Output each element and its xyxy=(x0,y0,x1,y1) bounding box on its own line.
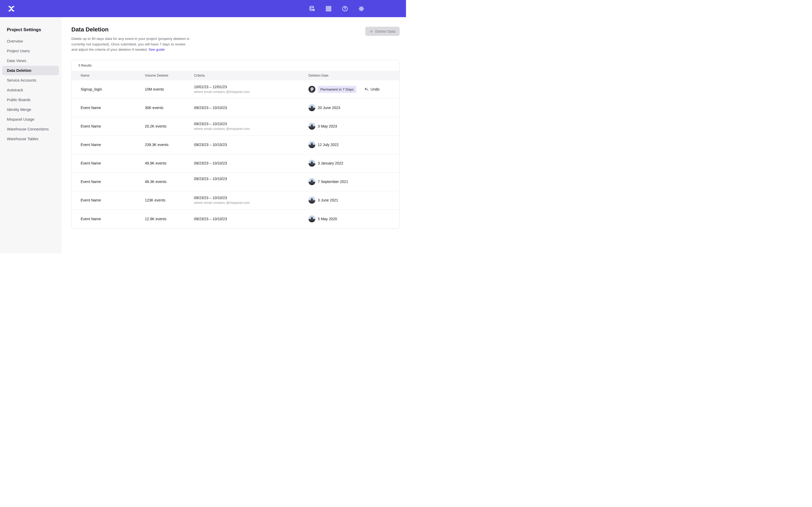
row-volume-deleted: 12.9K events xyxy=(145,217,194,221)
app-window: Project Settings OverviewProject UsersDa… xyxy=(0,0,406,253)
row-deletion-date: 12 July 2022 xyxy=(308,141,399,148)
row-event-name: Event Name xyxy=(81,198,145,202)
row-volume-deleted: 239.3K events xyxy=(145,143,194,147)
deletion-table-card: 5 Results Name Volume Deleted Criteria D… xyxy=(71,60,400,228)
row-deletion-date: 3 June 2021 xyxy=(308,197,399,204)
row-criteria: 09/23/23 – 10/10/23 where email contains… xyxy=(194,196,308,205)
sidebar-item-mixpanel-usage[interactable]: Mixpanel Usage xyxy=(2,115,59,124)
row-criteria: 10/01/23 – 12/01/23 where email contains… xyxy=(194,85,308,94)
sidebar-item-identity-merge[interactable]: Identity Merge xyxy=(2,105,59,114)
row-volume-deleted: 30K events xyxy=(145,106,194,110)
row-criteria-range: 09/23/23 – 10/10/23 xyxy=(194,122,308,126)
row-criteria-range: 09/23/23 – 10/10/23 xyxy=(194,143,308,147)
row-volume-deleted: 20.2K events xyxy=(145,124,194,128)
row-criteria-range: 09/23/23 – 10/10/23 xyxy=(194,217,308,221)
delete-data-button[interactable]: Delete Data xyxy=(365,27,400,36)
deletion-date-text: 3 January 2022 xyxy=(318,161,343,165)
mixpanel-logo-icon[interactable] xyxy=(7,5,15,13)
user-avatar xyxy=(308,104,315,111)
row-event-name: Event Name xyxy=(81,161,145,165)
user-avatar xyxy=(308,178,315,185)
user-avatar xyxy=(308,141,315,148)
sidebar-item-warehouse-connections[interactable]: Warehouse Connections xyxy=(2,124,59,134)
row-volume-deleted: 49.9K events xyxy=(145,161,194,165)
column-header-name: Name xyxy=(81,74,145,77)
deletion-date-text: 3 May 2023 xyxy=(318,124,337,128)
top-navigation-bar xyxy=(0,0,406,17)
sidebar-item-project-users[interactable]: Project Users xyxy=(2,46,59,56)
data-management-icon[interactable] xyxy=(309,5,316,12)
sidebar-item-overview[interactable]: Overview xyxy=(2,37,59,46)
row-criteria: 09/23/23 – 10/10/23 xyxy=(194,180,308,184)
row-event-name: Event Name xyxy=(81,143,145,147)
row-deletion-date: 7 September 2021 xyxy=(308,178,399,185)
table-row: Event Name 123K events 09/23/23 – 10/10/… xyxy=(71,191,399,210)
column-header-deletion-date: Deletion Date xyxy=(308,74,399,77)
undo-button[interactable]: Undo xyxy=(364,87,379,92)
sidebar-item-service-accounts[interactable]: Service Accounts xyxy=(2,75,59,85)
row-criteria-filter: where email contains @mixpanel.com xyxy=(194,90,308,94)
row-event-name: Event Name xyxy=(81,124,145,128)
column-header-criteria: Criteria xyxy=(194,74,308,77)
sidebar-item-data-deletion[interactable]: Data Deletion xyxy=(2,66,59,75)
user-avatar xyxy=(308,197,315,204)
user-avatar xyxy=(308,123,315,130)
user-avatar xyxy=(308,216,315,222)
user-avatar xyxy=(308,160,315,167)
settings-sidebar: Project Settings OverviewProject UsersDa… xyxy=(0,17,61,253)
topbar-icon-group xyxy=(309,5,365,12)
table-row: Event Name 20.2K events 09/23/23 – 10/10… xyxy=(71,117,399,136)
deletion-date-text: 12 July 2022 xyxy=(318,143,339,147)
table-row: Event Name 239.3K events 09/23/23 – 10/1… xyxy=(71,136,399,154)
table-row: Event Name 48.3K events 09/23/23 – 10/10… xyxy=(71,173,399,191)
row-criteria: 09/23/23 – 10/10/23 xyxy=(194,217,308,221)
row-criteria-filter: where email contains @mixpanel.com xyxy=(194,127,308,131)
row-deletion-date: 5 May 2020 xyxy=(308,216,399,222)
table-header-row: Name Volume Deleted Criteria Deletion Da… xyxy=(71,71,399,80)
sidebar-heading: Project Settings xyxy=(0,27,61,36)
row-criteria-range: 09/23/23 – 10/10/23 xyxy=(194,161,308,165)
row-deletion-date: 20 June 2023 xyxy=(308,104,399,111)
see-guide-link[interactable]: See guide xyxy=(149,48,165,52)
deletion-date-text: 7 September 2021 xyxy=(318,180,348,184)
row-volume-deleted: 48.3K events xyxy=(145,180,194,184)
undo-button-label: Undo xyxy=(370,87,379,91)
help-icon[interactable] xyxy=(342,5,348,12)
deletion-date-text: 3 June 2021 xyxy=(318,198,338,202)
sidebar-item-warehouse-tables[interactable]: Warehouse Tables xyxy=(2,134,59,144)
row-criteria-range: 09/23/23 – 10/10/23 xyxy=(194,106,308,110)
row-event-name: Event Name xyxy=(81,217,145,221)
row-criteria: 09/23/23 – 10/10/23 where email contains… xyxy=(194,122,308,131)
row-deletion-date: Permanent in 7 Days Undo xyxy=(308,86,399,93)
row-event-name: Signup_login xyxy=(81,87,145,91)
deletion-date-text: 5 May 2020 xyxy=(318,217,337,221)
row-criteria-range: 09/23/23 – 10/10/23 xyxy=(194,177,308,181)
settings-icon[interactable] xyxy=(358,5,365,12)
table-body: Signup_login 10M events 10/01/23 – 12/01… xyxy=(71,80,399,228)
delete-data-button-label: Delete Data xyxy=(375,29,395,34)
apps-grid-icon[interactable] xyxy=(325,5,332,12)
sidebar-item-autotrack[interactable]: Autotrack xyxy=(2,85,59,95)
page-description: Delete up to 90 days data for any event … xyxy=(71,36,190,53)
main-content: Data Deletion Delete up to 90 days data … xyxy=(61,17,406,253)
row-volume-deleted: 10M events xyxy=(145,87,194,91)
page-description-text: Delete up to 90 days data for any event … xyxy=(71,37,190,52)
table-row: Event Name 30K events 09/23/23 – 10/10/2… xyxy=(71,99,399,117)
row-criteria: 09/23/23 – 10/10/23 xyxy=(194,161,308,165)
page-title: Data Deletion xyxy=(71,26,190,33)
deletion-date-text: 20 June 2023 xyxy=(318,106,340,110)
row-deletion-date: 3 May 2023 xyxy=(308,123,399,130)
status-badge: Permanent in 7 Days xyxy=(318,86,356,93)
user-avatar xyxy=(308,86,315,93)
row-event-name: Event Name xyxy=(81,106,145,110)
row-criteria-range: 10/01/23 – 12/01/23 xyxy=(194,85,308,89)
sidebar-item-data-views[interactable]: Data Views xyxy=(2,56,59,65)
row-criteria: 09/23/23 – 10/10/23 xyxy=(194,143,308,147)
sidebar-item-list: OverviewProject UsersData ViewsData Dele… xyxy=(0,37,61,144)
sidebar-item-public-boards[interactable]: Public Boards xyxy=(2,95,59,105)
row-deletion-date: 3 January 2022 xyxy=(308,160,399,167)
column-header-volume: Volume Deleted xyxy=(145,74,194,77)
plus-icon xyxy=(369,30,373,33)
row-event-name: Event Name xyxy=(81,180,145,184)
row-criteria: 09/23/23 – 10/10/23 xyxy=(194,106,308,110)
